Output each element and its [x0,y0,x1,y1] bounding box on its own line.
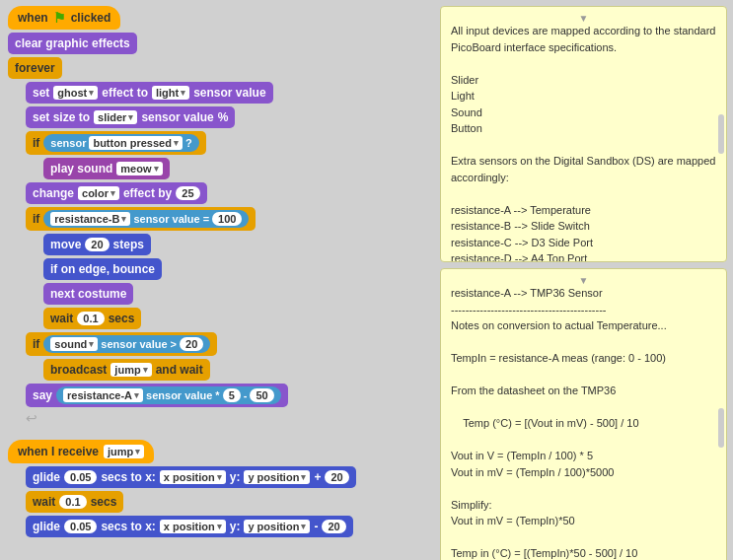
ghost-dropdown[interactable]: ghost [53,86,98,100]
button-pressed-dropdown[interactable]: button pressed [89,136,182,150]
y-pos-dropdown[interactable]: y position [244,470,310,484]
note2-text: resistance-A --> TMP36 Sensor ----------… [451,285,716,560]
color-dropdown[interactable]: color [78,186,119,200]
if-button-row: if sensor button pressed ? [26,131,426,155]
set-size-label: set size to [33,110,90,124]
slider-dropdown[interactable]: slider [94,110,137,124]
if3-label: if [33,337,39,351]
say-block[interactable]: say resistance-A sensor value * 5 - 50 [26,384,288,407]
note-panel-1: ▼ All input devices are mapped according… [440,6,727,262]
secs2-label: secs to x: [101,470,155,484]
say-row: say resistance-A sensor value * 5 - 50 [26,384,426,407]
jump-dropdown[interactable]: jump [110,363,151,377]
question-label: ? [185,137,192,149]
next-costume-block[interactable]: next costume [43,283,133,305]
val-01-field[interactable]: 0.1 [77,312,104,325]
if2-label: if [33,212,39,226]
val-50-field[interactable]: 50 [250,388,273,402]
scrollbar-2[interactable] [718,408,724,448]
hat-receive-label: when I receive [18,445,99,458]
note1-arrow: ▼ [579,11,589,26]
resistance-a-dropdown[interactable]: resistance-A [63,388,143,402]
glide2-block[interactable]: glide 0.05 secs to x: x position y: y po… [26,516,353,537]
move-block[interactable]: move 20 steps [43,234,151,255]
val-20b-field[interactable]: 20 [180,337,203,351]
scratch-blocks-area: when ⚑ clicked clear graphic effects for… [0,0,434,560]
if-sound-block[interactable]: if sound sensor value > 20 [26,332,217,356]
wait-block[interactable]: wait 0.1 secs [43,308,141,329]
val-20-field[interactable]: 20 [85,238,109,251]
y-pos2-dropdown[interactable]: y position [244,520,310,533]
effect-to-label: effect to [102,86,148,100]
wait-label: wait [50,312,73,325]
wait2-label: wait [33,495,55,509]
wait2-block[interactable]: wait 0.1 secs [26,491,123,513]
resistance-b-dropdown[interactable]: resistance-B [50,212,130,226]
say-label: say [33,388,52,402]
when-receive-block[interactable]: when I receive jump [8,440,154,463]
when-label: when [18,11,48,25]
if-resistance-b-row: if resistance-B sensor value = 100 [26,207,426,231]
change-color-block[interactable]: change color effect by 25 [26,182,207,204]
light-dropdown[interactable]: light [152,86,189,100]
broadcast-block[interactable]: broadcast jump and wait [43,359,210,381]
sound-dropdown[interactable]: sound [50,337,98,351]
y2-label: y: [230,520,241,533]
val-100-field[interactable]: 100 [212,212,242,226]
if-button-block[interactable]: if sensor button pressed ? [26,131,206,155]
sensor-value4-label: sensor value [101,338,167,350]
move-label: move [50,238,81,251]
glide1-row: glide 0.05 secs to x: x position y: y po… [26,466,426,488]
change-color-row: change color effect by 25 [26,182,426,204]
hat-receive-row: when I receive jump [8,440,426,463]
glide1-block[interactable]: glide 0.05 secs to x: x position y: y po… [26,466,356,488]
x-pos2-dropdown[interactable]: x position [160,520,226,533]
clear-label: clear graphic effects [15,36,130,50]
wait2-row: wait 0.1 secs [26,491,426,513]
broadcast-row: broadcast jump and wait [43,359,426,381]
clear-graphic-effects-block[interactable]: clear graphic effects [8,33,137,54]
jump2-dropdown[interactable]: jump [104,445,144,458]
button-pressed-predicate: sensor button pressed ? [43,134,198,152]
minus-label: - [244,389,248,401]
clicked-label: clicked [71,11,111,25]
val-20d-field[interactable]: 20 [322,520,345,533]
sensor-value-label: sensor value [193,86,265,100]
set-size-block[interactable]: set size to slider sensor value % [26,106,235,128]
secs3-label: secs [91,495,117,509]
clear-graphic-effects-row: clear graphic effects [8,33,426,54]
bounce-block[interactable]: if on edge, bounce [43,258,162,280]
sensor-value2-label: sensor value [141,110,213,124]
curve-arrow: ↩ [26,410,37,426]
forever-row: forever [8,57,426,79]
x-pos-dropdown[interactable]: x position [160,470,226,484]
hat-when-clicked: when ⚑ clicked [8,6,426,30]
val-20c-field[interactable]: 20 [325,470,348,484]
if-label: if [33,136,39,150]
next-costume-row: next costume [43,283,426,305]
next-costume-label: next costume [50,287,126,301]
scrollbar-1[interactable] [718,114,724,154]
forever-block[interactable]: forever [8,57,62,79]
set-ghost-block[interactable]: set ghost effect to light sensor value [26,82,273,104]
val-5-field[interactable]: 5 [223,388,241,402]
val-01b-field[interactable]: 0.1 [59,495,86,509]
if-resistance-b-block[interactable]: if resistance-B sensor value = 100 [26,207,256,231]
set-label: set [33,86,49,100]
val-005b-field[interactable]: 0.05 [64,520,97,533]
bounce-label: if on edge, bounce [50,262,155,276]
flag-icon: ⚑ [53,10,66,26]
val-005-field[interactable]: 0.05 [64,470,97,484]
times-label: * [215,389,219,401]
resistance-b-predicate: resistance-B sensor value = 100 [43,210,249,228]
sensor-label: sensor [50,137,86,149]
val-25-field[interactable]: 25 [176,186,199,200]
meow-dropdown[interactable]: meow [116,162,162,175]
steps-label: steps [113,238,144,251]
bounce-row: if on edge, bounce [43,258,426,280]
secs4-label: secs to x: [101,520,155,533]
move-row: move 20 steps [43,234,426,255]
when-flag-clicked-block[interactable]: when ⚑ clicked [8,6,120,30]
equals-label: = [203,213,209,225]
play-sound-block[interactable]: play sound meow [43,158,170,179]
